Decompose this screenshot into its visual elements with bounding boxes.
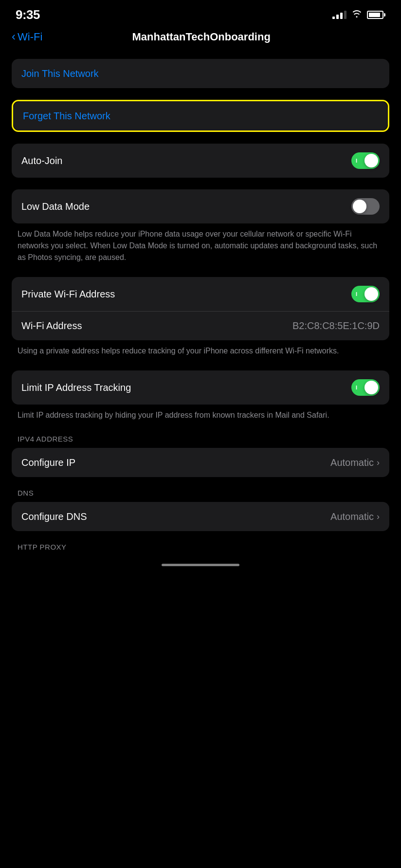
private-wifi-row[interactable]: Private Wi-Fi Address I bbox=[12, 277, 389, 311]
toggle-on-label-3: I bbox=[356, 385, 357, 390]
wifi-address-value: B2:C8:C8:5E:1C:9D bbox=[292, 320, 380, 332]
configure-dns-card: Configure DNS Automatic › bbox=[12, 502, 389, 531]
auto-join-card: Auto-Join I bbox=[12, 144, 389, 178]
wifi-icon bbox=[351, 10, 362, 20]
home-indicator bbox=[0, 556, 401, 572]
toggle-knob-3 bbox=[365, 381, 378, 394]
toggle-on-label-2: I bbox=[356, 291, 357, 297]
private-wifi-toggle[interactable]: I bbox=[351, 286, 380, 302]
toggle-knob-off bbox=[353, 200, 366, 213]
limit-ip-label: Limit IP Address Tracking bbox=[21, 382, 131, 393]
status-bar: 9:35 bbox=[0, 0, 401, 26]
content: Join This Network Forget This Network Au… bbox=[0, 59, 401, 551]
forget-network-row[interactable]: Forget This Network bbox=[13, 101, 388, 130]
auto-join-toggle[interactable]: I bbox=[351, 152, 380, 169]
forget-network-card-highlighted: Forget This Network bbox=[12, 100, 389, 132]
toggle-knob bbox=[365, 154, 378, 167]
nav-header: ‹ Wi-Fi ManhattanTechOnboarding bbox=[0, 26, 401, 53]
wifi-address-description: Using a private address helps reduce tra… bbox=[12, 340, 389, 359]
auto-join-row[interactable]: Auto-Join I bbox=[12, 144, 389, 178]
dns-section-label: DNS bbox=[12, 489, 389, 497]
configure-dns-label: Configure DNS bbox=[21, 511, 87, 522]
toggle-knob-2 bbox=[365, 287, 378, 301]
signal-icon bbox=[332, 10, 346, 19]
page-title: ManhattanTechOnboarding bbox=[13, 31, 389, 43]
wifi-address-label: Wi-Fi Address bbox=[21, 320, 82, 332]
private-wifi-card: Private Wi-Fi Address I Wi-Fi Address B2… bbox=[12, 277, 389, 340]
private-wifi-section: Private Wi-Fi Address I Wi-Fi Address B2… bbox=[12, 277, 389, 359]
ipv4-section: IPV4 ADDRESS Configure IP Automatic › bbox=[12, 435, 389, 477]
toggle-on-label: I bbox=[356, 158, 357, 164]
configure-ip-row[interactable]: Configure IP Automatic › bbox=[12, 448, 389, 477]
low-data-row[interactable]: Low Data Mode bbox=[12, 189, 389, 223]
chevron-right-icon-dns: › bbox=[377, 512, 380, 522]
status-time: 9:35 bbox=[16, 7, 40, 22]
join-network-section: Join This Network bbox=[12, 59, 389, 88]
status-icons bbox=[332, 10, 385, 20]
ipv4-section-label: IPV4 ADDRESS bbox=[12, 435, 389, 443]
forget-network-label: Forget This Network bbox=[23, 111, 110, 122]
forget-network-card: Forget This Network bbox=[13, 101, 388, 130]
low-data-description: Low Data Mode helps reduce your iPhone d… bbox=[12, 223, 389, 265]
http-proxy-section-label: HTTP PROXY bbox=[12, 543, 389, 551]
private-wifi-label: Private Wi-Fi Address bbox=[21, 289, 115, 300]
dns-section: DNS Configure DNS Automatic › bbox=[12, 489, 389, 531]
configure-ip-label: Configure IP bbox=[21, 457, 75, 468]
limit-ip-description: Limit IP address tracking by hiding your… bbox=[12, 405, 389, 423]
join-network-label: Join This Network bbox=[21, 68, 99, 79]
auto-join-label: Auto-Join bbox=[21, 155, 63, 166]
configure-dns-row[interactable]: Configure DNS Automatic › bbox=[12, 502, 389, 531]
low-data-card: Low Data Mode bbox=[12, 189, 389, 223]
configure-ip-value: Automatic › bbox=[330, 457, 380, 468]
battery-icon bbox=[367, 11, 385, 19]
chevron-right-icon: › bbox=[377, 458, 380, 468]
low-data-section: Low Data Mode Low Data Mode helps reduce… bbox=[12, 189, 389, 265]
configure-ip-card: Configure IP Automatic › bbox=[12, 448, 389, 477]
low-data-label: Low Data Mode bbox=[21, 201, 90, 212]
limit-ip-row[interactable]: Limit IP Address Tracking I bbox=[12, 370, 389, 405]
join-network-row[interactable]: Join This Network bbox=[12, 59, 389, 88]
wifi-address-row: Wi-Fi Address B2:C8:C8:5E:1C:9D bbox=[12, 311, 389, 340]
auto-join-section: Auto-Join I bbox=[12, 144, 389, 178]
configure-dns-value: Automatic › bbox=[330, 511, 380, 522]
home-bar bbox=[162, 564, 239, 566]
low-data-toggle[interactable] bbox=[351, 198, 380, 215]
join-network-card: Join This Network bbox=[12, 59, 389, 88]
limit-ip-section: Limit IP Address Tracking I Limit IP add… bbox=[12, 370, 389, 423]
limit-ip-toggle[interactable]: I bbox=[351, 379, 380, 396]
limit-ip-card: Limit IP Address Tracking I bbox=[12, 370, 389, 405]
